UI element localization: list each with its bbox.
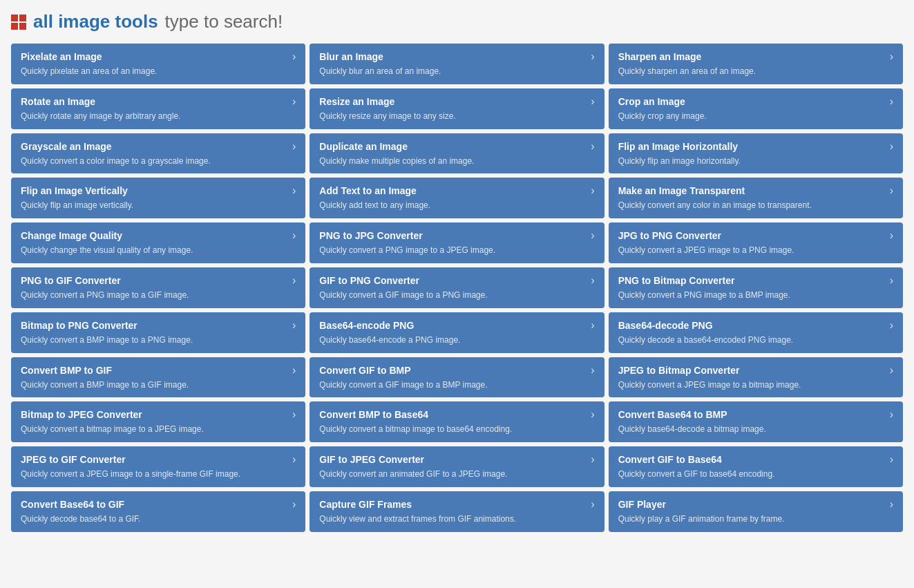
tool-card-header: Convert Base64 to GIF› (21, 498, 296, 511)
tool-card-header: Add Text to an Image› (319, 184, 594, 197)
tool-card-header: JPEG to Bitmap Converter› (618, 364, 893, 377)
tool-arrow-icon: › (890, 140, 893, 153)
tool-arrow-icon: › (890, 274, 893, 287)
tool-card[interactable]: Bitmap to JPEG Converter›Quickly convert… (11, 401, 305, 442)
tool-description: Quickly blur an area of an image. (319, 66, 594, 77)
tool-arrow-icon: › (292, 140, 296, 153)
tool-card-header: PNG to JPG Converter› (319, 229, 594, 242)
tool-card-header: Blur an Image› (319, 50, 594, 63)
tool-card[interactable]: Capture GIF Frames›Quickly view and extr… (310, 491, 604, 532)
tool-arrow-icon: › (591, 50, 594, 63)
tool-name: Make an Image Transparent (618, 185, 745, 196)
tool-card[interactable]: Base64-decode PNG›Quickly decode a base6… (609, 312, 903, 353)
tool-arrow-icon: › (890, 95, 893, 108)
tool-card[interactable]: Add Text to an Image›Quickly add text to… (310, 178, 604, 218)
tool-arrow-icon: › (292, 364, 296, 377)
tool-card[interactable]: PNG to GIF Converter›Quickly convert a P… (11, 267, 305, 308)
tool-name: Capture GIF Frames (319, 499, 412, 510)
tool-card[interactable]: Grayscale an Image›Quickly convert a col… (11, 133, 305, 174)
tool-description: Quickly convert a BMP image to a GIF ima… (21, 379, 296, 391)
tool-name: Change Image Quality (21, 230, 122, 241)
tool-arrow-icon: › (591, 95, 594, 108)
tool-card[interactable]: Base64-encode PNG›Quickly base64-encode … (310, 312, 604, 353)
tool-card[interactable]: Convert BMP to GIF›Quickly convert a BMP… (11, 357, 305, 398)
tool-card-header: Resize an Image› (319, 95, 594, 108)
tool-arrow-icon: › (890, 408, 893, 421)
tool-card[interactable]: Convert BMP to Base64›Quickly convert a … (310, 401, 604, 442)
tool-arrow-icon: › (890, 319, 893, 332)
tool-card-header: Crop an Image› (618, 95, 893, 108)
tool-arrow-icon: › (292, 184, 296, 197)
tool-arrow-icon: › (292, 498, 296, 511)
tool-description: Quickly make multiple copies of an image… (319, 155, 594, 167)
tool-card[interactable]: Pixelate an Image›Quickly pixelate an ar… (11, 44, 305, 84)
tool-card-header: Bitmap to PNG Converter› (21, 319, 296, 332)
tool-card[interactable]: JPEG to GIF Converter›Quickly convert a … (11, 446, 305, 487)
tool-card[interactable]: Crop an Image›Quickly crop any image. (609, 88, 903, 129)
tool-name: Duplicate an Image (319, 141, 408, 152)
tool-card[interactable]: Resize an Image›Quickly resize any image… (310, 88, 604, 129)
tool-card[interactable]: PNG to Bitmap Converter›Quickly convert … (609, 267, 903, 308)
page-title: all image tools (33, 11, 158, 32)
tool-description: Quickly convert a JPEG image to a bitmap… (618, 379, 893, 391)
tool-card[interactable]: Flip an Image Horizontally›Quickly flip … (609, 133, 903, 174)
tool-name: JPG to PNG Converter (618, 230, 721, 241)
tool-card-header: Pixelate an Image› (21, 50, 296, 63)
tool-description: Quickly rotate any image by arbitrary an… (21, 111, 296, 122)
tool-name: Pixelate an Image (21, 51, 102, 62)
tool-description: Quickly convert a BMP image to a PNG ima… (21, 334, 296, 346)
tool-description: Quickly convert a bitmap image to base64… (319, 424, 594, 435)
tool-card[interactable]: GIF to JPEG Converter›Quickly convert an… (310, 446, 604, 487)
tool-card[interactable]: Bitmap to PNG Converter›Quickly convert … (11, 312, 305, 353)
tool-arrow-icon: › (591, 274, 594, 287)
tool-card[interactable]: Convert GIF to BMP›Quickly convert a GIF… (310, 357, 604, 398)
tool-description: Quickly decode a base64-encoded PNG imag… (618, 334, 893, 346)
tool-card[interactable]: GIF Player›Quickly play a GIF animation … (609, 491, 903, 532)
tool-card[interactable]: Make an Image Transparent›Quickly conver… (609, 178, 903, 218)
tool-name: Convert Base64 to GIF (21, 499, 124, 510)
tool-card-header: Convert BMP to GIF› (21, 364, 296, 377)
tool-arrow-icon: › (292, 319, 296, 332)
tool-name: Convert GIF to Base64 (618, 454, 722, 465)
tool-description: Quickly convert a bitmap image to a JPEG… (21, 424, 296, 435)
tool-name: Crop an Image (618, 96, 685, 107)
tool-card[interactable]: Blur an Image›Quickly blur an area of an… (310, 44, 604, 84)
tool-name: Blur an Image (319, 51, 383, 62)
tool-arrow-icon: › (591, 498, 594, 511)
tool-card[interactable]: Convert Base64 to GIF›Quickly decode bas… (11, 491, 305, 532)
tool-card-header: GIF to JPEG Converter› (319, 453, 594, 466)
tool-arrow-icon: › (890, 50, 893, 63)
tool-name: Sharpen an Image (618, 51, 702, 62)
tool-description: Quickly base64-encode a PNG image. (319, 334, 594, 346)
tool-card[interactable]: GIF to PNG Converter›Quickly convert a G… (310, 267, 604, 308)
tool-name: Resize an Image (319, 96, 394, 107)
tool-arrow-icon: › (591, 140, 594, 153)
tool-description: Quickly convert a GIF image to a BMP ima… (319, 379, 594, 391)
tool-card[interactable]: PNG to JPG Converter›Quickly convert a P… (310, 222, 604, 263)
tool-arrow-icon: › (591, 184, 594, 197)
tool-card[interactable]: JPEG to Bitmap Converter›Quickly convert… (609, 357, 903, 398)
tool-card[interactable]: Rotate an Image›Quickly rotate any image… (11, 88, 305, 129)
tool-card[interactable]: Change Image Quality›Quickly change the … (11, 222, 305, 263)
tool-arrow-icon: › (591, 453, 594, 466)
tool-card-header: Flip an Image Horizontally› (618, 140, 893, 153)
tool-name: PNG to GIF Converter (21, 275, 121, 286)
tool-card[interactable]: Convert Base64 to BMP›Quickly base64-dec… (609, 401, 903, 442)
tool-description: Quickly convert a PNG image to a JPEG im… (319, 245, 594, 256)
tool-arrow-icon: › (292, 274, 296, 287)
tool-card[interactable]: Sharpen an Image›Quickly sharpen an area… (609, 44, 903, 84)
tool-arrow-icon: › (591, 229, 594, 242)
tool-description: Quickly convert a JPEG image to a single… (21, 468, 296, 480)
tool-name: PNG to Bitmap Converter (618, 275, 735, 286)
tool-name: Bitmap to JPEG Converter (21, 409, 142, 420)
tool-description: Quickly pixelate an area of an image. (21, 66, 296, 77)
tool-description: Quickly play a GIF animation frame by fr… (618, 513, 893, 525)
tool-name: Add Text to an Image (319, 185, 417, 196)
tool-card[interactable]: Flip an Image Vertically›Quickly flip an… (11, 178, 305, 218)
tool-card[interactable]: Convert GIF to Base64›Quickly convert a … (609, 446, 903, 487)
tool-arrow-icon: › (890, 453, 893, 466)
tool-description: Quickly flip an image vertically. (21, 200, 296, 211)
tool-arrow-icon: › (292, 50, 296, 63)
tool-card[interactable]: JPG to PNG Converter›Quickly convert a J… (609, 222, 903, 263)
tool-card[interactable]: Duplicate an Image›Quickly make multiple… (310, 133, 604, 174)
